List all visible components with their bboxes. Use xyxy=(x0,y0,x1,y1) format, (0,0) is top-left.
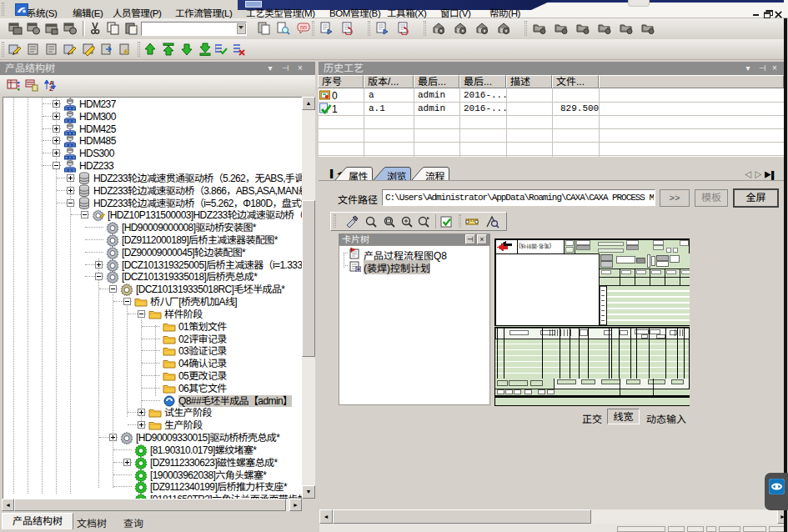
svg-text:nn: nn xyxy=(300,24,307,30)
svg-text:(笔名·固针线): (笔名·固针线) xyxy=(519,243,551,249)
